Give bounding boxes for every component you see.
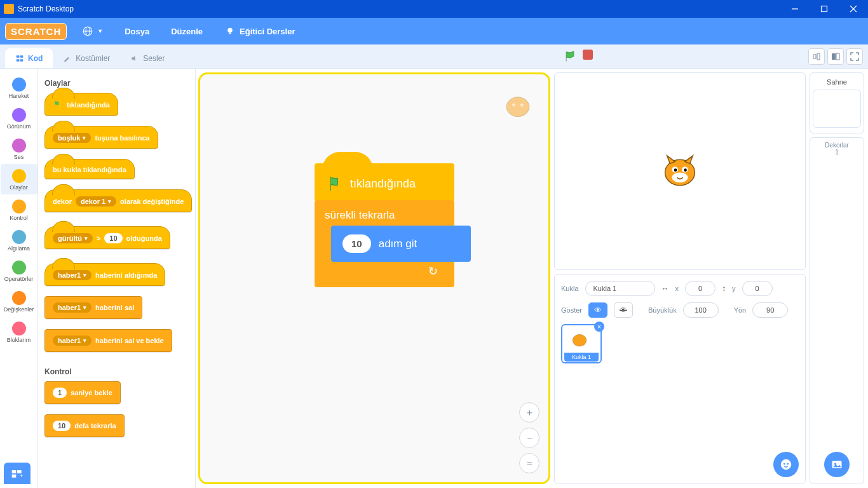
category-olaylar[interactable]: Olaylar bbox=[1, 164, 37, 194]
block-broadcast[interactable]: haber1haberini sal bbox=[44, 296, 195, 319]
window-maximize-button[interactable] bbox=[810, 0, 839, 18]
code-workspace[interactable]: tıklandığında sürekli tekrarla 10 adım g… bbox=[198, 72, 550, 484]
language-menu[interactable]: ▼ bbox=[76, 22, 109, 41]
sprite-direction-input[interactable] bbox=[752, 302, 788, 318]
svg-rect-11 bbox=[17, 59, 20, 62]
show-sprite-button[interactable]: 👁 bbox=[588, 302, 607, 318]
category-dot-icon bbox=[12, 78, 26, 92]
category-algılama[interactable]: Algılama bbox=[1, 225, 37, 255]
svg-point-17 bbox=[506, 97, 529, 117]
svg-point-24 bbox=[674, 168, 677, 172]
stage-header: Sahne bbox=[810, 72, 864, 133]
edit-menu[interactable]: Düzenle bbox=[165, 23, 209, 40]
category-dot-icon bbox=[12, 322, 26, 336]
zoom-reset-button[interactable]: ＝ bbox=[519, 453, 539, 473]
stage-small-button[interactable] bbox=[808, 48, 825, 65]
category-dot-icon bbox=[12, 169, 26, 183]
category-dot-icon bbox=[12, 230, 26, 244]
show-label: Göster bbox=[561, 306, 582, 314]
sprite-thumbnail[interactable]: × Kukla 1 bbox=[561, 324, 602, 363]
hide-sprite-button[interactable]: 👁 bbox=[614, 302, 633, 318]
tab-costumes-label: Kostümler bbox=[76, 54, 110, 63]
delete-sprite-button[interactable]: × bbox=[594, 322, 604, 332]
code-icon bbox=[15, 54, 24, 63]
window-titlebar: Scratch Desktop bbox=[0, 0, 868, 18]
svg-point-25 bbox=[684, 168, 687, 172]
block-when-receive[interactable]: haber1haberini aldığımda bbox=[44, 263, 195, 286]
sprite-size-input[interactable] bbox=[683, 302, 719, 318]
script-forever[interactable]: sürekli tekrarla 10 adım git ↻ bbox=[315, 200, 454, 287]
block-palette[interactable]: Olaylar tıklandığında boşluktuşuna basıl… bbox=[38, 69, 196, 488]
flag-icon bbox=[327, 175, 344, 193]
category-ses[interactable]: Ses bbox=[1, 133, 37, 164]
stage-pane: Sahne Dekorlar 1 bbox=[810, 72, 864, 484]
sprite-y-input[interactable] bbox=[742, 281, 773, 296]
size-label: Büyüklük bbox=[648, 306, 677, 314]
svg-point-28 bbox=[783, 463, 785, 465]
flag-icon bbox=[53, 100, 63, 110]
svg-rect-13 bbox=[813, 55, 816, 58]
sprite-name-input[interactable] bbox=[585, 281, 655, 296]
stage[interactable] bbox=[554, 72, 806, 270]
globe-icon bbox=[82, 25, 93, 37]
xy-arrows-icon: ↕ bbox=[722, 284, 726, 293]
svg-rect-1 bbox=[822, 6, 827, 12]
window-minimize-button[interactable] bbox=[780, 0, 810, 18]
block-when-flag-clicked[interactable]: tıklandığında bbox=[44, 93, 195, 116]
add-sprite-button[interactable] bbox=[773, 452, 799, 477]
fullscreen-button[interactable] bbox=[846, 48, 863, 65]
script-hat-when-flag[interactable]: tıklandığında bbox=[315, 163, 454, 201]
window-title: Scratch Desktop bbox=[18, 4, 780, 13]
svg-point-21 bbox=[672, 172, 688, 182]
file-menu[interactable]: Dosya bbox=[118, 23, 156, 40]
stage-large-button[interactable] bbox=[827, 48, 844, 65]
script-stack[interactable]: tıklandığında sürekli tekrarla 10 adım g… bbox=[315, 163, 454, 287]
block-when-greater-than[interactable]: gürültü>10olduğunda bbox=[44, 226, 195, 249]
svg-rect-15 bbox=[832, 53, 836, 60]
window-close-button[interactable] bbox=[839, 0, 868, 18]
add-backdrop-button[interactable] bbox=[824, 452, 850, 477]
category-değişkenler[interactable]: Değişkenler bbox=[1, 286, 37, 316]
block-broadcast-wait[interactable]: haber1haberini sal ve bekle bbox=[44, 329, 195, 352]
sprite-watermark-icon bbox=[498, 85, 538, 125]
tab-sounds[interactable]: Sesler bbox=[120, 48, 175, 68]
green-flag-button[interactable] bbox=[564, 50, 576, 64]
sprite-on-stage[interactable] bbox=[655, 147, 705, 196]
svg-point-27 bbox=[781, 459, 792, 470]
bulb-icon bbox=[224, 25, 236, 37]
zoom-in-button[interactable]: ＋ bbox=[519, 402, 539, 423]
tab-sounds-label: Sesler bbox=[143, 54, 165, 63]
sprite-x-input[interactable] bbox=[685, 281, 715, 296]
palette-control-header: Kontrol bbox=[44, 367, 195, 376]
block-when-key-pressed[interactable]: boşluktuşuna basılınca bbox=[44, 126, 195, 149]
block-when-sprite-clicked[interactable]: bu kukla tıklandığında bbox=[44, 159, 195, 179]
category-hareket[interactable]: Hareket bbox=[1, 72, 37, 103]
svg-text:+: + bbox=[20, 473, 23, 479]
block-when-backdrop-switches[interactable]: dekordekor 1olarak değiştiğinde bbox=[44, 189, 195, 212]
sprite-panel: Kukla ↔ x ↕ y Göster 👁 👁 Büyüklük Yön bbox=[554, 274, 806, 484]
block-wait[interactable]: 1saniye bekle bbox=[44, 381, 195, 404]
tab-costumes[interactable]: Kostümler bbox=[53, 48, 120, 68]
add-extension-button[interactable]: + bbox=[4, 463, 31, 484]
zoom-out-button[interactable]: － bbox=[519, 428, 539, 448]
svg-point-19 bbox=[520, 103, 524, 106]
backdrops-section: Dekorlar 1 bbox=[810, 137, 864, 484]
category-bloklarım[interactable]: Bloklarım bbox=[1, 316, 37, 347]
xy-arrows-icon: ↔ bbox=[661, 284, 669, 293]
svg-rect-12 bbox=[20, 59, 24, 62]
category-operatörler[interactable]: Operatörler bbox=[1, 255, 37, 286]
tutorials-button[interactable]: Eğitici Dersler bbox=[218, 22, 301, 41]
palette-events-header: Olaylar bbox=[44, 79, 195, 88]
block-repeat[interactable]: 10defa tekrarla bbox=[44, 414, 195, 437]
stop-button[interactable] bbox=[583, 50, 593, 60]
tab-code[interactable]: Kod bbox=[5, 48, 53, 68]
extension-icon: + bbox=[10, 467, 24, 480]
script-move-steps[interactable]: 10 adım git bbox=[331, 226, 471, 262]
svg-rect-10 bbox=[20, 55, 24, 58]
category-görünüm[interactable]: Görünüm bbox=[1, 103, 37, 133]
category-dot-icon bbox=[12, 261, 26, 274]
category-kontrol[interactable]: Kontrol bbox=[1, 194, 37, 225]
svg-rect-9 bbox=[17, 55, 20, 58]
stage-thumbnail[interactable] bbox=[813, 90, 861, 128]
scratch-logo: SCRATCH bbox=[5, 23, 67, 40]
